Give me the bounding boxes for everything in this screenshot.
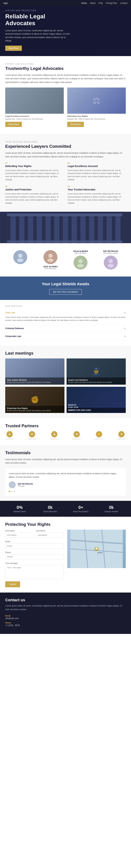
meeting-overlay-2: Protecting Your Rights At vero eos et ac… (5, 406, 64, 413)
team-member-2: CELIA ALMEIDA Office Manager (66, 248, 96, 271)
member-name-3: NAT REYNOLDS (97, 250, 124, 252)
card-1-read-more[interactable]: Read More (5, 122, 22, 127)
dot-1[interactable] (11, 491, 12, 492)
service-header-1[interactable]: Criminal Defense ∨ (5, 327, 126, 330)
meetings-section: Last meetings Your Justice Partners At v… (0, 345, 131, 418)
cta-button[interactable]: Get Your Free Consultation (49, 289, 82, 295)
submit-button[interactable]: Submit (5, 581, 20, 587)
partner-icon-3: ⊕ (73, 431, 80, 437)
phone-input[interactable] (5, 554, 64, 559)
nav-contact[interactable]: Contact (120, 2, 128, 4)
svg-rect-9 (80, 215, 86, 243)
avatar-1 (43, 250, 58, 264)
card-2-read-more[interactable]: Read More (67, 122, 84, 127)
partner-2: ◈ CONTACT (50, 431, 59, 440)
member-role-3: Accountant-auditor (97, 252, 124, 254)
meeting-card-1[interactable]: 👮 Expert Law Solutions At vero eos et ac… (67, 359, 126, 385)
partner-4: ⚡ CONTACT (95, 431, 103, 440)
form-grid: First Name Last Name Email Phone Your me… (5, 530, 64, 579)
email-group: Email (5, 540, 64, 549)
lawyer-item-2: 03 Justice and Protection Lorem ipsum do… (5, 185, 63, 205)
service-title-0: Civil Law (5, 311, 15, 314)
card-1-label: Legal Excellence Assured (5, 115, 64, 117)
card-1: Legal Excellence Assured Sample link. Cl… (5, 88, 64, 127)
contact-email-group: Email info@site.com (5, 615, 126, 620)
svg-text:Bainton: Bainton (97, 552, 103, 554)
meeting-desc-2: At vero eos et accusam et justo duo dolo… (7, 410, 63, 411)
nav-logo: logo (3, 2, 8, 4)
nav-faq[interactable]: FAQ (99, 2, 103, 4)
service-header-2[interactable]: Corporate Law ∨ (5, 335, 126, 338)
partner-5: ✦ CONTACT (117, 431, 126, 440)
partner-label-1: CONTACT (28, 438, 36, 440)
contact-us-title: Contact us (5, 598, 126, 602)
meeting-card-0[interactable]: Your Justice Partners At vero eos et acc… (5, 359, 64, 385)
avatar-2 (73, 255, 88, 270)
chevron-icon-0: ∨ (124, 311, 126, 314)
map-placeholder: Bainton (67, 530, 126, 568)
last-name-input[interactable] (36, 532, 64, 538)
lawyer-num-1: 02 (68, 162, 126, 164)
nav-home[interactable]: Home (81, 2, 87, 4)
contact-us-section: Contact us Lorem ipsum dolor sit amet, c… (0, 592, 131, 634)
svg-rect-13 (115, 215, 121, 243)
dot-0[interactable] (9, 491, 10, 492)
svg-rect-8 (72, 215, 77, 243)
nav-pricing[interactable]: Pricing Plan (106, 2, 117, 4)
phone-label: Phone (5, 551, 64, 553)
lawyer-desc-1: Lorem ipsum dolor sit amet, consectetur … (68, 169, 126, 181)
lawyer-num-2: 03 (5, 185, 63, 187)
avatar-0 (13, 250, 27, 264)
experienced-section: YOUR TRUSTED ADVOCATES Experienced Lawye… (0, 134, 131, 212)
hero-desc: Lorem ipsum dolor sit amet, consectetur … (5, 29, 72, 42)
svg-rect-11 (98, 215, 103, 243)
stat-number-0: 0% (5, 505, 34, 510)
lawyer-desc-0: Lorem ipsum dolor sit amet, consectetur … (5, 169, 63, 181)
hero-read-more-button[interactable]: Read More (5, 45, 22, 51)
meeting-card-2[interactable]: ✊ Protecting Your Rights At vero eos et … (5, 387, 64, 413)
team-member-1: JACK ALVAREZ Sales Manager (35, 248, 66, 271)
partner-icon-2: ◈ (51, 431, 58, 437)
service-title-1: Criminal Defense (5, 327, 24, 330)
service-header-0[interactable]: Civil Law ∨ (5, 311, 126, 314)
first-name-group: First Name (5, 530, 33, 538)
meeting-overlay-3: MARCH FOR OUR LIVES (67, 408, 126, 413)
trustworthy-section: EXPERT LAW SOLUTIONS Trustworthy Legal A… (0, 56, 131, 134)
partner-icon-0: ⊕ (6, 431, 13, 437)
stat-label-0: Satisfied Clients (5, 510, 34, 513)
stat-number-3: 0k (97, 505, 126, 510)
meetings-grid: Your Justice Partners At vero eos et acc… (5, 359, 126, 413)
dot-2[interactable] (13, 491, 15, 492)
stat-label-2: Award Recognitions (66, 510, 95, 513)
contact-phone-group: Phone +1 (234) - 5678 (5, 622, 126, 627)
last-name-label: Last Name (36, 530, 64, 532)
meeting-desc-1: At vero eos et accusam et justo duo dolo… (68, 381, 124, 383)
svg-rect-12 (106, 215, 112, 243)
svg-point-18 (48, 254, 53, 258)
partner-label-5: CONTACT (117, 438, 126, 440)
message-input[interactable] (5, 565, 64, 579)
lawyer-item-1: 02 Legal Excellence Assured Lorem ipsum … (68, 162, 126, 181)
contact-form-section: Protecting Your Rights First Name Last N… (0, 517, 131, 592)
testimonials-title: Testimonials (5, 450, 126, 455)
nav-about[interactable]: About (90, 2, 95, 4)
service-item-1: Criminal Defense ∨ (5, 324, 126, 333)
email-input[interactable] (5, 543, 64, 549)
stats-grid: 0% Satisfied Clients 0k Expert Advocates… (5, 505, 126, 513)
testimonial-box: Lorem ipsum dolor sit amet, consectetur … (5, 468, 126, 496)
first-name-input[interactable] (5, 532, 33, 538)
svg-point-22 (109, 259, 113, 263)
first-name-label: First Name (5, 530, 33, 532)
avatar-3 (104, 255, 118, 270)
stat-number-2: 0+ (66, 505, 95, 510)
meeting-card-3[interactable]: MARCHFOR OURLIVES MARCH FOR OUR LIVES (67, 387, 126, 413)
trustworthy-eyebrow: EXPERT LAW SOLUTIONS (5, 63, 126, 65)
lawyer-num-3: 04 (68, 185, 126, 187)
stat-label-3: Damage Handled (97, 510, 126, 513)
phone-detail-value: +1 (234) - 5678 (5, 624, 126, 627)
testimonial-author-info: NAT REYNOLDS Manager (18, 483, 33, 487)
chevron-icon-2: ∨ (124, 335, 126, 338)
svg-rect-6 (54, 215, 59, 243)
experienced-desc: Lorem ipsum dolor sit amet, consectetur … (5, 151, 126, 158)
card-2-label: Defending Your Rights (67, 115, 126, 117)
